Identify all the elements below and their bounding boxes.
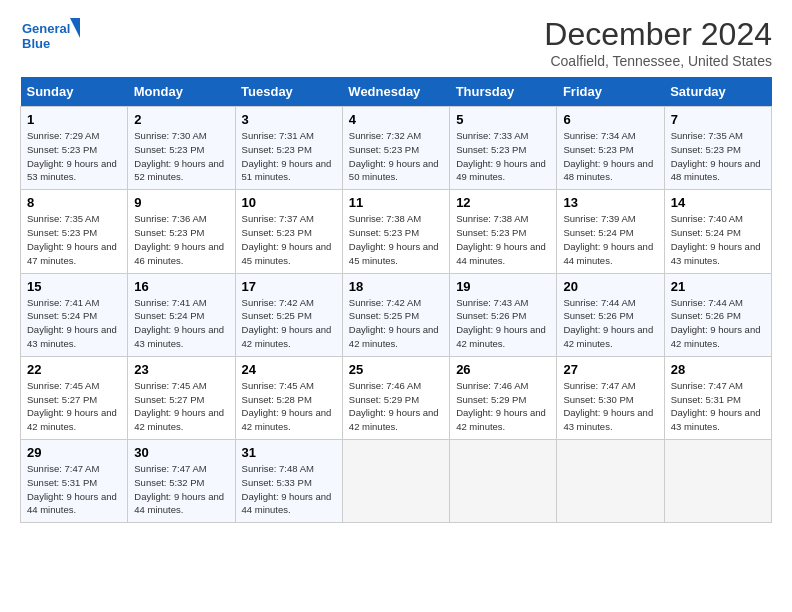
calendar-cell: 14 Sunrise: 7:40 AMSunset: 5:24 PMDaylig… [664,190,771,273]
column-header-monday: Monday [128,77,235,107]
cell-info: Sunrise: 7:34 AMSunset: 5:23 PMDaylight:… [563,130,653,182]
cell-info: Sunrise: 7:47 AMSunset: 5:31 PMDaylight:… [671,380,761,432]
day-number: 23 [134,362,228,377]
cell-info: Sunrise: 7:33 AMSunset: 5:23 PMDaylight:… [456,130,546,182]
day-number: 9 [134,195,228,210]
day-number: 1 [27,112,121,127]
day-number: 18 [349,279,443,294]
calendar-cell: 12 Sunrise: 7:38 AMSunset: 5:23 PMDaylig… [450,190,557,273]
cell-info: Sunrise: 7:35 AMSunset: 5:23 PMDaylight:… [671,130,761,182]
cell-info: Sunrise: 7:41 AMSunset: 5:24 PMDaylight:… [134,297,224,349]
calendar-cell: 5 Sunrise: 7:33 AMSunset: 5:23 PMDayligh… [450,107,557,190]
calendar-cell [342,440,449,523]
cell-info: Sunrise: 7:47 AMSunset: 5:30 PMDaylight:… [563,380,653,432]
cell-info: Sunrise: 7:46 AMSunset: 5:29 PMDaylight:… [349,380,439,432]
calendar-cell: 8 Sunrise: 7:35 AMSunset: 5:23 PMDayligh… [21,190,128,273]
column-header-thursday: Thursday [450,77,557,107]
calendar-cell: 27 Sunrise: 7:47 AMSunset: 5:30 PMDaylig… [557,356,664,439]
day-number: 14 [671,195,765,210]
calendar-cell: 16 Sunrise: 7:41 AMSunset: 5:24 PMDaylig… [128,273,235,356]
cell-info: Sunrise: 7:30 AMSunset: 5:23 PMDaylight:… [134,130,224,182]
cell-info: Sunrise: 7:45 AMSunset: 5:28 PMDaylight:… [242,380,332,432]
calendar-cell: 11 Sunrise: 7:38 AMSunset: 5:23 PMDaylig… [342,190,449,273]
day-number: 15 [27,279,121,294]
calendar-cell: 28 Sunrise: 7:47 AMSunset: 5:31 PMDaylig… [664,356,771,439]
calendar-cell: 13 Sunrise: 7:39 AMSunset: 5:24 PMDaylig… [557,190,664,273]
day-number: 3 [242,112,336,127]
day-number: 2 [134,112,228,127]
cell-info: Sunrise: 7:38 AMSunset: 5:23 PMDaylight:… [456,213,546,265]
day-number: 8 [27,195,121,210]
cell-info: Sunrise: 7:42 AMSunset: 5:25 PMDaylight:… [349,297,439,349]
calendar-cell [557,440,664,523]
day-number: 27 [563,362,657,377]
day-number: 29 [27,445,121,460]
day-number: 26 [456,362,550,377]
calendar-cell [450,440,557,523]
calendar-cell: 15 Sunrise: 7:41 AMSunset: 5:24 PMDaylig… [21,273,128,356]
day-number: 21 [671,279,765,294]
page-header: General Blue December 2024 Coalfield, Te… [20,16,772,69]
cell-info: Sunrise: 7:39 AMSunset: 5:24 PMDaylight:… [563,213,653,265]
cell-info: Sunrise: 7:36 AMSunset: 5:23 PMDaylight:… [134,213,224,265]
cell-info: Sunrise: 7:45 AMSunset: 5:27 PMDaylight:… [27,380,117,432]
calendar-cell: 9 Sunrise: 7:36 AMSunset: 5:23 PMDayligh… [128,190,235,273]
calendar-cell: 25 Sunrise: 7:46 AMSunset: 5:29 PMDaylig… [342,356,449,439]
column-header-wednesday: Wednesday [342,77,449,107]
day-number: 25 [349,362,443,377]
day-number: 10 [242,195,336,210]
cell-info: Sunrise: 7:44 AMSunset: 5:26 PMDaylight:… [671,297,761,349]
cell-info: Sunrise: 7:29 AMSunset: 5:23 PMDaylight:… [27,130,117,182]
cell-info: Sunrise: 7:38 AMSunset: 5:23 PMDaylight:… [349,213,439,265]
day-number: 4 [349,112,443,127]
svg-text:General: General [22,21,70,36]
day-number: 5 [456,112,550,127]
cell-info: Sunrise: 7:40 AMSunset: 5:24 PMDaylight:… [671,213,761,265]
logo: General Blue [20,16,80,58]
day-number: 30 [134,445,228,460]
calendar-cell: 10 Sunrise: 7:37 AMSunset: 5:23 PMDaylig… [235,190,342,273]
cell-info: Sunrise: 7:41 AMSunset: 5:24 PMDaylight:… [27,297,117,349]
calendar-cell: 17 Sunrise: 7:42 AMSunset: 5:25 PMDaylig… [235,273,342,356]
day-number: 7 [671,112,765,127]
day-number: 17 [242,279,336,294]
cell-info: Sunrise: 7:43 AMSunset: 5:26 PMDaylight:… [456,297,546,349]
day-number: 31 [242,445,336,460]
calendar-cell [664,440,771,523]
column-header-friday: Friday [557,77,664,107]
cell-info: Sunrise: 7:42 AMSunset: 5:25 PMDaylight:… [242,297,332,349]
column-header-sunday: Sunday [21,77,128,107]
day-number: 20 [563,279,657,294]
cell-info: Sunrise: 7:47 AMSunset: 5:31 PMDaylight:… [27,463,117,515]
day-number: 16 [134,279,228,294]
cell-info: Sunrise: 7:32 AMSunset: 5:23 PMDaylight:… [349,130,439,182]
calendar-cell: 31 Sunrise: 7:48 AMSunset: 5:33 PMDaylig… [235,440,342,523]
day-number: 22 [27,362,121,377]
calendar-cell: 6 Sunrise: 7:34 AMSunset: 5:23 PMDayligh… [557,107,664,190]
logo-svg: General Blue [20,16,80,58]
calendar-cell: 2 Sunrise: 7:30 AMSunset: 5:23 PMDayligh… [128,107,235,190]
cell-info: Sunrise: 7:46 AMSunset: 5:29 PMDaylight:… [456,380,546,432]
cell-info: Sunrise: 7:45 AMSunset: 5:27 PMDaylight:… [134,380,224,432]
day-number: 6 [563,112,657,127]
day-number: 13 [563,195,657,210]
cell-info: Sunrise: 7:31 AMSunset: 5:23 PMDaylight:… [242,130,332,182]
cell-info: Sunrise: 7:48 AMSunset: 5:33 PMDaylight:… [242,463,332,515]
calendar-cell: 22 Sunrise: 7:45 AMSunset: 5:27 PMDaylig… [21,356,128,439]
day-number: 11 [349,195,443,210]
location: Coalfield, Tennessee, United States [544,53,772,69]
cell-info: Sunrise: 7:44 AMSunset: 5:26 PMDaylight:… [563,297,653,349]
day-number: 19 [456,279,550,294]
calendar-cell: 7 Sunrise: 7:35 AMSunset: 5:23 PMDayligh… [664,107,771,190]
day-number: 24 [242,362,336,377]
cell-info: Sunrise: 7:35 AMSunset: 5:23 PMDaylight:… [27,213,117,265]
calendar-cell: 18 Sunrise: 7:42 AMSunset: 5:25 PMDaylig… [342,273,449,356]
calendar-cell: 1 Sunrise: 7:29 AMSunset: 5:23 PMDayligh… [21,107,128,190]
calendar-cell: 30 Sunrise: 7:47 AMSunset: 5:32 PMDaylig… [128,440,235,523]
calendar-cell: 26 Sunrise: 7:46 AMSunset: 5:29 PMDaylig… [450,356,557,439]
month-title: December 2024 [544,16,772,53]
column-header-saturday: Saturday [664,77,771,107]
column-header-tuesday: Tuesday [235,77,342,107]
calendar-cell: 24 Sunrise: 7:45 AMSunset: 5:28 PMDaylig… [235,356,342,439]
calendar-cell: 29 Sunrise: 7:47 AMSunset: 5:31 PMDaylig… [21,440,128,523]
